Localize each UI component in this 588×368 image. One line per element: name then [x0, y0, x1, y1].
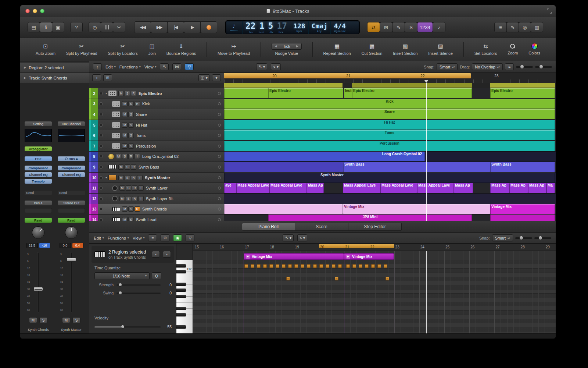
pan-knob[interactable]: [65, 226, 78, 239]
region-mass-appeal-laye[interactable]: Mass Appeal Laye: [343, 183, 380, 193]
track-inspector-header[interactable]: ▶ Track: Synth Chords: [20, 73, 89, 83]
quantize-select[interactable]: 1/16 Note▾: [94, 272, 150, 279]
close-window-button[interactable]: [25, 9, 30, 13]
tab-score[interactable]: Score: [295, 223, 348, 231]
fullscreen-icon[interactable]: [547, 8, 552, 14]
region-mass-appeal-laye[interactable]: Mass Appeal Laye: [380, 183, 417, 193]
audio-fx-slot[interactable]: Compressor: [58, 166, 85, 170]
lcd-display[interactable]: ♪ 22 1 5 17 bar beat div tick 128 bpm: [225, 20, 360, 34]
mute-button[interactable]: M: [122, 101, 128, 106]
audio-fx-slot[interactable]: Tremolo: [25, 179, 52, 184]
toolbar-insert-section-button[interactable]: ▧Insert Section: [393, 43, 417, 56]
filter-icon[interactable]: ▽: [185, 63, 194, 70]
mute-button[interactable]: M: [122, 144, 128, 149]
toolbar-bounce-regions-button[interactable]: ⇓Bounce Regions: [166, 43, 196, 56]
lcd-position[interactable]: 22 1 5 17 bar beat div tick: [243, 21, 290, 34]
playhead[interactable]: [426, 251, 427, 333]
waveform-zoom-icon[interactable]: ≈: [505, 63, 514, 70]
mute-button[interactable]: M: [122, 133, 128, 138]
record-enable-button[interactable]: R: [131, 164, 136, 170]
secondary-tool-select[interactable]: >▾: [297, 234, 307, 241]
library-icon[interactable]: ▤: [28, 22, 40, 32]
cycle-button[interactable]: ⇄: [368, 22, 380, 32]
midi-note[interactable]: [288, 264, 292, 268]
mute-button[interactable]: M: [29, 317, 37, 323]
region-play-icon[interactable]: ▶: [346, 255, 350, 259]
solo-button[interactable]: S: [126, 185, 131, 191]
volume-fader[interactable]: 3612182430405060: [25, 251, 52, 314]
midi-note[interactable]: [352, 264, 356, 268]
region-mass-ap[interactable]: Mass Ap: [454, 183, 473, 193]
midi-note[interactable]: [335, 277, 338, 280]
toolbar-repeat-section-button[interactable]: ▦Repeat Section: [323, 43, 351, 56]
nudge-right-icon[interactable]: ▶: [296, 45, 298, 48]
pointer-tool-select[interactable]: ↖▾: [256, 63, 267, 70]
black-key[interactable]: [176, 283, 186, 286]
black-key[interactable]: [176, 325, 186, 329]
eq-thumbnail[interactable]: [25, 129, 52, 142]
disclosure-triangle-icon[interactable]: ▶: [24, 66, 26, 69]
region-synth-lead[interactable]: [490, 215, 555, 221]
fader-cap[interactable]: [67, 258, 76, 262]
input-monitor-button[interactable]: I: [138, 185, 144, 191]
media-icon[interactable]: ▣: [52, 22, 64, 32]
midi-note[interactable]: [294, 264, 298, 268]
audio-fx-slot[interactable]: Channel EQ: [58, 172, 85, 177]
region-kick[interactable]: Kick: [224, 99, 555, 109]
track-on-checkbox[interactable]: [100, 102, 103, 105]
midi-note[interactable]: [301, 264, 304, 268]
playhead-marker[interactable]: [424, 80, 429, 83]
midi-note[interactable]: [386, 277, 389, 280]
disclosure-triangle-icon[interactable]: ▼: [104, 176, 108, 179]
track-lane-kick[interactable]: Kick: [224, 99, 556, 110]
record-enable-button[interactable]: R: [131, 91, 136, 96]
audio-fx-slot[interactable]: Compressor: [25, 166, 52, 170]
track-on-checkbox[interactable]: [100, 197, 103, 200]
pan-value[interactable]: 0.0: [60, 243, 71, 248]
toolbar-move-to-playhead-button[interactable]: ↦Move to Playhead: [218, 43, 250, 56]
track-lane-synth-master[interactable]: Synth Master: [224, 173, 556, 183]
region-snare[interactable]: Snare: [224, 109, 555, 119]
midi-note[interactable]: [244, 264, 248, 268]
disclosure-triangle-icon[interactable]: ▼: [104, 92, 108, 95]
track-on-checkbox[interactable]: [100, 208, 103, 210]
track-lane-snare[interactable]: Snare: [224, 109, 556, 120]
inspector-icon[interactable]: ℹ: [40, 22, 52, 32]
toolbar-auto-zoom-button[interactable]: ⊡Auto Zoom: [36, 43, 55, 56]
play-button[interactable]: ▶: [184, 22, 200, 33]
midi-note[interactable]: [371, 264, 375, 268]
midi-note[interactable]: [276, 264, 279, 268]
tab-piano-roll[interactable]: Piano Roll: [242, 223, 295, 231]
mute-button[interactable]: M: [122, 112, 128, 117]
track-on-checkbox[interactable]: [100, 145, 103, 148]
eq-thumbnail[interactable]: [58, 129, 85, 142]
lcd-tempo[interactable]: 128 bpm: [290, 21, 308, 34]
swing-slider[interactable]: [116, 293, 161, 294]
send-slot[interactable]: Bus 4: [25, 201, 52, 205]
toolbar-zoom-button[interactable]: Zoom: [508, 43, 518, 55]
quick-help-icon[interactable]: ?: [71, 22, 82, 32]
region-synth-chords[interactable]: [224, 204, 343, 214]
track-header-synth-bass[interactable]: 9MSRSynth Bass: [89, 162, 224, 173]
black-key[interactable]: [176, 289, 186, 292]
record-button[interactable]: [201, 22, 217, 33]
region-percussion[interactable]: Percussion: [224, 141, 555, 151]
midi-note[interactable]: [282, 264, 286, 268]
horizontal-zoom-slider[interactable]: [535, 66, 552, 68]
solo-button[interactable]: S: [128, 123, 134, 128]
solo-button[interactable]: S: [128, 133, 134, 138]
black-key[interactable]: [176, 307, 186, 310]
midi-note[interactable]: [263, 264, 267, 268]
record-enable-button[interactable]: R: [132, 185, 137, 191]
view-menu[interactable]: View▾: [133, 236, 145, 240]
record-enable-button[interactable]: R: [135, 101, 140, 106]
solo-button[interactable]: S: [128, 217, 134, 221]
toolbar-nudge-value-button[interactable]: ◀Tick▶Nudge Value: [272, 43, 302, 56]
black-key[interactable]: [176, 295, 186, 298]
black-key[interactable]: [176, 270, 186, 273]
midi-note[interactable]: [384, 264, 387, 268]
metronome-click-button[interactable]: ♪: [433, 22, 445, 32]
toolbar-insert-silence-button[interactable]: ▨Insert Silence: [428, 43, 453, 56]
track-lane-percussion[interactable]: Percussion: [224, 141, 556, 152]
vertical-zoom-slider[interactable]: [515, 237, 532, 239]
